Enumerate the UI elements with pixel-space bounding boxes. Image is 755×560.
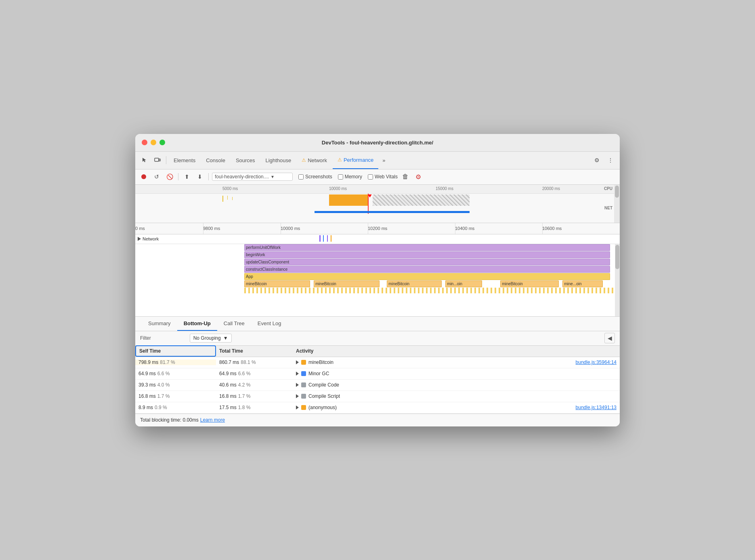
cell-self-time-0: 798.9 ms 81.7 % <box>135 359 216 365</box>
filter-input[interactable] <box>154 334 187 342</box>
screenshots-checkbox-label[interactable]: Screenshots <box>298 174 332 180</box>
cpu-label: CPU <box>604 186 612 191</box>
activity-color-icon-1 <box>301 371 306 376</box>
device-toggle-icon[interactable] <box>151 154 164 166</box>
status-text: Total blocking time: 0.00ms <box>140 417 199 423</box>
tab-console[interactable]: Console <box>201 151 230 169</box>
timeline-overview[interactable]: 5000 ms 10000 ms 15000 ms 20000 ms CPU N… <box>135 185 620 223</box>
status-bar: Total blocking time: 0.00ms Learn more <box>135 414 620 426</box>
activity-color-icon-2 <box>301 382 306 387</box>
maximize-button[interactable] <box>159 140 165 145</box>
collapse-button[interactable]: ◀ <box>604 333 615 343</box>
expand-icon-3[interactable] <box>296 394 299 398</box>
tab-divider <box>166 156 166 164</box>
learn-more-link[interactable]: Learn more <box>200 417 225 423</box>
clear-button[interactable]: 🗑 <box>400 171 411 182</box>
more-options-icon[interactable]: ⋮ <box>604 154 617 166</box>
activity-color-icon-4 <box>301 405 306 410</box>
detail-tick-0: 0 ms <box>135 226 145 231</box>
tab-performance[interactable]: ⚠ Performance <box>333 151 378 169</box>
flame-row-updateClassComponent: updateClassComponent <box>135 259 615 266</box>
svg-rect-1 <box>159 159 160 161</box>
toolbar-divider-2 <box>208 173 209 180</box>
grouping-dropdown[interactable]: No Grouping ▼ <box>190 334 232 343</box>
cell-activity-4: (anonymous) bundle.js:13491:13 <box>293 405 620 410</box>
flame-row-App: App <box>135 273 615 280</box>
window-title: DevTools - foul-heavenly-direction.glitc… <box>322 140 433 146</box>
screenshots-checkbox[interactable] <box>298 174 304 180</box>
grouping-arrow-icon: ▼ <box>223 335 228 341</box>
tab-more-button[interactable]: » <box>379 151 388 169</box>
net-label: NET <box>604 206 612 210</box>
devtools-window: DevTools - foul-heavenly-direction.glitc… <box>135 134 620 426</box>
tab-bottom-up[interactable]: Bottom-Up <box>177 317 217 331</box>
cell-total-time-3: 16.8 ms 1.7 % <box>216 393 293 399</box>
cell-total-time-1: 64.9 ms 6.6 % <box>216 371 293 376</box>
expand-icon-1[interactable] <box>296 372 299 376</box>
network-expand-icon[interactable] <box>138 237 141 241</box>
svg-point-2 <box>141 174 146 179</box>
activity-link-4[interactable]: bundle.js:13491:13 <box>576 405 617 410</box>
upload-button[interactable]: ⬆ <box>182 171 192 182</box>
window-controls <box>142 140 165 145</box>
flame-chart: performUnitOfWork beginWork updateClassC… <box>135 244 620 317</box>
detail-tick-10600: 10600 ms <box>542 226 562 231</box>
table-row: 8.9 ms 0.9 % 17.5 ms 1.8 % (anonymous) b… <box>135 402 620 414</box>
cell-self-time-3: 16.8 ms 1.7 % <box>135 393 216 399</box>
settings-icon[interactable]: ⚙ <box>591 154 603 166</box>
detail-tick-9800: 9800 ms <box>203 226 220 231</box>
settings-button[interactable]: ⚙ <box>413 171 424 182</box>
detail-tick-10200: 10200 ms <box>368 226 387 231</box>
self-time-header[interactable]: Self Time <box>135 345 216 357</box>
cursor-icon[interactable] <box>138 154 151 166</box>
total-time-header[interactable]: Total Time <box>216 348 293 354</box>
activity-link-0[interactable]: bundle.js:35964:14 <box>576 359 617 365</box>
detail-tick-10000: 10000 ms <box>281 226 300 231</box>
close-button[interactable] <box>142 140 147 145</box>
detail-tick-10400: 10400 ms <box>455 226 474 231</box>
performance-toolbar: ↺ 🚫 ⬆ ⬇ foul-heavenly-direction.... ▾ Sc… <box>135 169 620 185</box>
bottom-tab-bar: Summary Bottom-Up Call Tree Event Log <box>135 317 620 331</box>
network-warn-icon: ⚠ <box>302 157 306 163</box>
network-detail-row: Network <box>135 234 620 244</box>
web-vitals-checkbox-label[interactable]: Web Vitals <box>368 174 398 180</box>
tab-network[interactable]: ⚠ Network <box>297 151 332 169</box>
tab-call-tree[interactable]: Call Tree <box>217 317 251 331</box>
tab-sources[interactable]: Sources <box>231 151 260 169</box>
tab-event-log[interactable]: Event Log <box>251 317 288 331</box>
memory-checkbox-label[interactable]: Memory <box>338 174 362 180</box>
cell-activity-2: Compile Code <box>293 382 620 388</box>
toolbar-divider-1 <box>178 173 178 180</box>
cell-activity-1: Minor GC <box>293 371 620 376</box>
flame-row-performUnitOfWork: performUnitOfWork <box>135 244 615 251</box>
download-button[interactable]: ⬇ <box>195 171 205 182</box>
ruler-tick-20000: 20000 ms <box>542 186 560 191</box>
activity-color-icon-0 <box>301 360 306 365</box>
record-button[interactable] <box>138 171 149 182</box>
tab-summary[interactable]: Summary <box>142 317 177 331</box>
flame-row-constructClassInstance: constructClassInstance <box>135 266 615 273</box>
filter-label: Filter <box>140 335 151 341</box>
cell-total-time-2: 40.6 ms 4.2 % <box>216 382 293 388</box>
mine-tick-row <box>244 288 615 293</box>
cell-self-time-1: 64.9 ms 6.6 % <box>135 371 216 376</box>
bottom-up-table: Self Time Total Time Activity 798.9 ms 8… <box>135 346 620 414</box>
network-label: Network <box>135 234 244 243</box>
activity-header[interactable]: Activity <box>293 348 620 354</box>
expand-icon-4[interactable] <box>296 405 299 410</box>
stop-button[interactable]: 🚫 <box>164 171 175 182</box>
url-selector[interactable]: foul-heavenly-direction.... ▾ <box>212 173 293 181</box>
expand-icon-2[interactable] <box>296 383 299 387</box>
ruler-tick-10000: 10000 ms <box>329 186 347 191</box>
ruler-tick-15000: 15000 ms <box>436 186 453 191</box>
memory-checkbox[interactable] <box>338 174 343 180</box>
table-header: Self Time Total Time Activity <box>135 346 620 357</box>
tab-lighthouse[interactable]: Lighthouse <box>261 151 296 169</box>
tab-elements[interactable]: Elements <box>169 151 200 169</box>
table-row: 64.9 ms 6.6 % 64.9 ms 6.6 % Minor GC <box>135 368 620 380</box>
refresh-button[interactable]: ↺ <box>151 171 162 182</box>
expand-icon-0[interactable] <box>296 360 299 364</box>
web-vitals-checkbox[interactable] <box>368 174 373 180</box>
minimize-button[interactable] <box>151 140 156 145</box>
cell-total-time-0: 860.7 ms 88.1 % <box>216 359 293 365</box>
